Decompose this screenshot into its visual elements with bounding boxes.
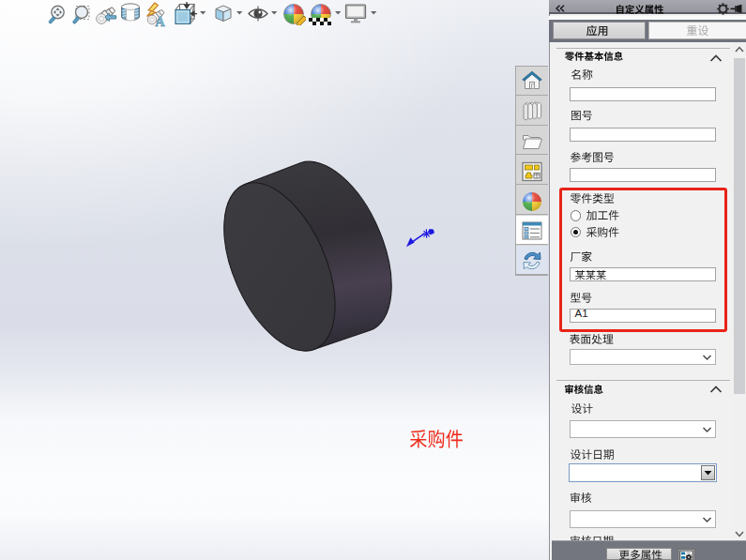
svg-text:A: A [155, 14, 165, 28]
